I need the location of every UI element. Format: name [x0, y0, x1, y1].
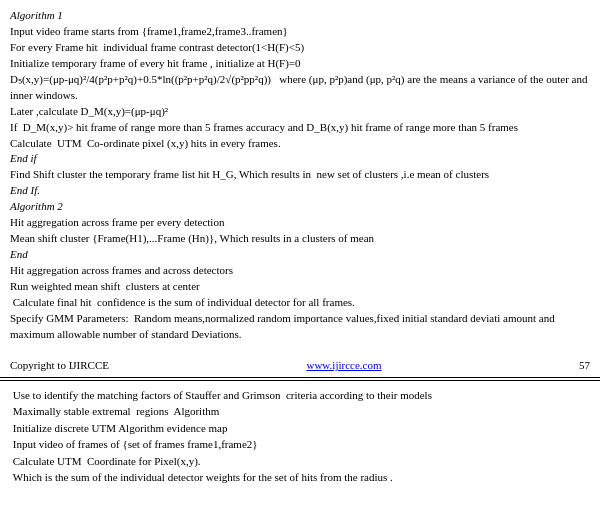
algorithm1-title: Algorithm 1: [10, 8, 590, 24]
bottom-line-2: Initialize discrete UTM Algorithm eviden…: [10, 420, 590, 437]
algo1-line-4: Later ,calculate D_M(x,y)=(μp-μq)²: [10, 104, 590, 120]
bottom-line-4: Calculate UTM Coordinate for Pixel(x,y).: [10, 453, 590, 470]
algo1-line-7: End if: [10, 151, 590, 167]
algo1-line-6: Calculate UTM Co-ordinate pixel (x,y) hi…: [10, 136, 590, 152]
algo1-line-12: Mean shift cluster {Frame(H1),...Frame (…: [10, 231, 590, 247]
algo1-line-15: Run weighted mean shift clusters at cent…: [10, 279, 590, 295]
algo1-line-16: Calculate final hit confidence is the su…: [10, 295, 590, 311]
algo1-line-11: Hit aggregation across frame per every d…: [10, 215, 590, 231]
algo1-line-14: Hit aggregation across frames and across…: [10, 263, 590, 279]
algo1-line-0: Input video frame starts from {frame1,fr…: [10, 24, 590, 40]
algo1-line-1: For every Frame hit individual frame con…: [10, 40, 590, 56]
bottom-line-0: Use to identify the matching factors of …: [10, 387, 590, 404]
algo1-line-2: Initialize temporary frame of every hit …: [10, 56, 590, 72]
algo1-line-8: Find Shift cluster the temporary frame l…: [10, 167, 590, 183]
algo1-line-10: Algorithm 2: [10, 199, 590, 215]
page-number: 57: [579, 359, 590, 371]
algo1-line-3: D₅(x,y)=(μp-μq)²/4(p²p+p²q)+0.5*ln((p²p+…: [10, 72, 590, 104]
main-content: Algorithm 1 Input video frame starts fro…: [0, 0, 600, 343]
bottom-line-5: Which is the sum of the individual detec…: [10, 469, 590, 486]
copyright-text: Copyright to IJIRCCE: [10, 359, 109, 371]
footer-link[interactable]: www.ijircce.com: [306, 359, 381, 371]
bottom-line-1: Maximally stable extremal regions Algori…: [10, 403, 590, 420]
divider: [0, 377, 600, 378]
algorithm1-lines: Input video frame starts from {frame1,fr…: [10, 24, 590, 343]
algo1-line-9: End If.: [10, 183, 590, 199]
footer-section: Copyright to IJIRCCE www.ijircce.com 57: [0, 353, 600, 377]
algo1-line-17: Specify GMM Parameters: Random means,nor…: [10, 311, 590, 343]
bottom-line-3: Input video of frames of {set of frames …: [10, 436, 590, 453]
algo1-line-13: End: [10, 247, 590, 263]
bottom-section: Use to identify the matching factors of …: [0, 381, 600, 486]
algo1-line-5: If D_M(x,y)> hit frame of range more tha…: [10, 120, 590, 136]
